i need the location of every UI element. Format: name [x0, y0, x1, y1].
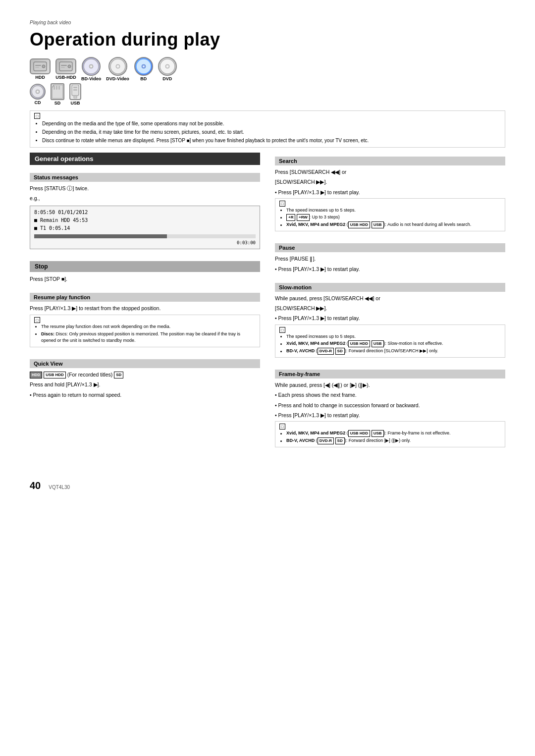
- frame-note-list: Xvid, MKV, MP4 and MPEG2 (USB HDD USB): …: [279, 430, 501, 444]
- svg-rect-27: [74, 96, 77, 99]
- svg-point-16: [143, 66, 144, 67]
- pause-header: Pause: [275, 243, 505, 252]
- frame-note-box: □ Xvid, MKV, MP4 and MPEG2 (USB HDD USB)…: [275, 421, 505, 447]
- frame-bullet-3: • Press [PLAY/×1.3 ▶] to restart play.: [275, 411, 505, 419]
- slow-motion-body2: [SLOW/SEARCH ▶▶].: [275, 304, 505, 312]
- status-line-3: ■ T1 0:05.14: [34, 224, 256, 232]
- quick-view-badges: HDD USB HDD (For recorded titles) SD: [30, 371, 260, 378]
- quick-view-section: Quick View HDD USB HDD (For recorded tit…: [30, 355, 260, 401]
- search-note-3: Xvid, MKV, MP4 and MPEG2 (USB HDD USB): …: [286, 221, 501, 228]
- svg-point-1: [42, 65, 45, 68]
- slow-motion-note-box: □ The speed increases up to 5 steps. Xvi…: [275, 324, 505, 358]
- svg-rect-6: [61, 65, 67, 66]
- frame-note-icon: □: [279, 424, 285, 430]
- svg-rect-3: [35, 67, 39, 68]
- status-display-box: 8:05:50 01/01/2012 ■ Remain HDD 45:53 ■ …: [30, 206, 260, 249]
- hdd-badge: HDD: [30, 372, 42, 378]
- frame-by-frame-header: Frame-by-frame: [275, 370, 505, 378]
- svg-rect-25: [58, 86, 60, 90]
- frame-by-frame-body1: While paused, press [◀] (◀‖) or [▶] (‖▶)…: [275, 381, 505, 389]
- search-header: Search: [275, 157, 505, 165]
- status-messages-header: Status messages: [30, 173, 260, 182]
- svg-rect-7: [61, 67, 65, 68]
- status-example-label: e.g.,: [30, 194, 260, 202]
- resume-note-box: □ The resume play function does not work…: [30, 315, 260, 347]
- status-line-1: 8:05:50 01/01/2012: [34, 209, 256, 216]
- main-content: General operations Status messages Press…: [30, 153, 505, 455]
- media-icon-cd: CD: [30, 84, 46, 105]
- slow-note-3: BD-V, AVCHD (DVD-R SD): Forward directio…: [286, 348, 501, 355]
- usb-icon: [69, 83, 81, 100]
- svg-point-5: [68, 65, 71, 68]
- hdd-icon: [30, 58, 51, 74]
- usb-hdd-badge: USB HDD: [44, 372, 65, 378]
- svg-rect-2: [35, 65, 41, 66]
- search-body2: [SLOW/SEARCH ▶▶].: [275, 178, 505, 186]
- progress-bar-fill: [34, 234, 167, 238]
- stop-header: Stop: [30, 261, 260, 272]
- frame-by-frame-section: Frame-by-frame While paused, press [◀] (…: [275, 366, 505, 451]
- slow-motion-note-icon: □: [279, 327, 285, 333]
- page-number: 40: [30, 480, 41, 491]
- search-note-icon: □: [279, 201, 285, 207]
- pause-bullet: • Press [PLAY/×1.3 ▶] to restart play.: [275, 265, 505, 273]
- progress-time: 0:03:00: [34, 239, 256, 246]
- slow-motion-bullet: • Press [PLAY/×1.3 ▶] to restart play.: [275, 314, 505, 322]
- media-icon-hdd: HDD: [30, 58, 51, 80]
- media-icons-row2: CD SD USB: [30, 83, 505, 106]
- stop-body: Press [STOP ■].: [30, 275, 260, 283]
- left-column: General operations Status messages Press…: [30, 153, 260, 455]
- frame-bullet-2: • Press and hold to change in succession…: [275, 401, 505, 409]
- resume-header: Resume play function: [30, 293, 260, 302]
- general-operations-header: General operations: [30, 153, 260, 165]
- slow-note-2: Xvid, MKV, MP4 and MPEG2 (USB HDD USB): …: [286, 340, 501, 347]
- svg-point-10: [91, 66, 92, 67]
- breadcrumb: Playing back video: [30, 20, 505, 25]
- right-column: Search Press [SLOW/SEARCH ◀◀] or [SLOW/S…: [275, 153, 505, 455]
- cd-icon: [30, 84, 46, 100]
- usb-hdd-icon: [55, 58, 76, 74]
- frame-note-1: Xvid, MKV, MP4 and MPEG2 (USB HDD USB): …: [286, 430, 501, 437]
- pause-section: Pause Press [PAUSE ‖]. • Press [PLAY/×1.…: [275, 239, 505, 275]
- svg-rect-23: [54, 86, 55, 90]
- quick-view-note: • Press again to return to normal speed.: [30, 391, 260, 399]
- intro-note-item-2: Depending on the media, it may take time…: [42, 128, 501, 136]
- resume-note-list: The resume play function does not work d…: [34, 324, 256, 344]
- search-note-1: The speed increases up to 5 steps.: [286, 207, 501, 214]
- frame-note-2: BD-V, AVCHD (DVD-R SD): Forward directio…: [286, 437, 501, 444]
- bd-video-icon: [82, 57, 101, 76]
- progress-bar-bg: [34, 234, 256, 238]
- media-icon-dvd: DVD: [158, 57, 177, 81]
- search-note-2: +R +RW: Up to 3 steps): [286, 214, 501, 221]
- frame-bullet-1: • Each press shows the next frame.: [275, 391, 505, 399]
- resume-body: Press [PLAY/×1.3 ▶] to restart from the …: [30, 304, 260, 312]
- slow-motion-section: Slow-motion While paused, press [SLOW/SE…: [275, 279, 505, 362]
- slow-note-1: The speed increases up to 5 steps.: [286, 333, 501, 340]
- media-icon-sd: SD: [51, 83, 64, 106]
- status-line-2: ■ Remain HDD 45:53: [34, 216, 256, 224]
- search-note-box: □ The speed increases up to 5 steps. +R …: [275, 198, 505, 232]
- pause-body1: Press [PAUSE ‖].: [275, 255, 505, 263]
- search-note-list: The speed increases up to 5 steps. +R +R…: [279, 207, 501, 229]
- search-section: Search Press [SLOW/SEARCH ◀◀] or [SLOW/S…: [275, 153, 505, 235]
- media-icon-bd-video: BD-Video: [81, 57, 101, 81]
- page-title: Operation during play: [30, 29, 505, 50]
- model-number: VQT4L30: [49, 485, 70, 490]
- intro-note-list: Depending on the media and the type of f…: [34, 120, 501, 144]
- quick-view-body: Press and hold [PLAY/×1.3 ▶].: [30, 380, 260, 388]
- bd-icon: [134, 57, 153, 76]
- intro-note-item-1: Depending on the media and the type of f…: [42, 120, 501, 127]
- resume-section: Resume play function Press [PLAY/×1.3 ▶]…: [30, 289, 260, 351]
- svg-point-13: [117, 66, 118, 67]
- resume-note-1: The resume play function does not work d…: [41, 324, 256, 330]
- media-icon-bd: BD: [134, 57, 153, 81]
- dvd-video-icon: [108, 57, 127, 76]
- note-icon: □: [34, 113, 40, 119]
- intro-note-item-3: Discs continue to rotate while menus are…: [42, 137, 501, 144]
- dvd-icon: [158, 57, 177, 76]
- resume-note-icon: □: [34, 317, 40, 323]
- svg-rect-28: [73, 87, 77, 88]
- svg-rect-29: [73, 89, 77, 91]
- slow-motion-note-list: The speed increases up to 5 steps. Xvid,…: [279, 333, 501, 355]
- intro-note-box: □ Depending on the media and the type of…: [30, 110, 505, 148]
